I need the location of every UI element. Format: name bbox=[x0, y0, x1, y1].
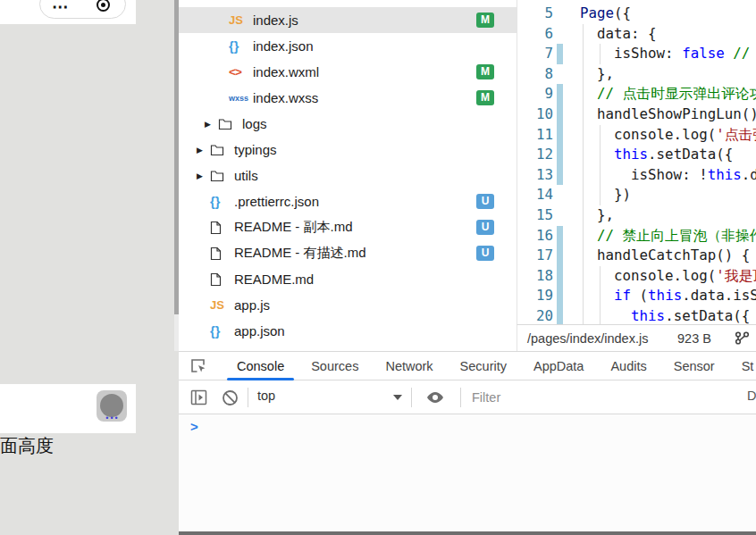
live-expression-eye-icon[interactable] bbox=[425, 389, 445, 409]
debugger-tabs: ConsoleSourcesNetworkSecurityAppDataAudi… bbox=[223, 352, 756, 380]
code-line: }, bbox=[580, 64, 756, 85]
tree-item-utils[interactable]: ▶utils bbox=[179, 163, 517, 188]
git-branch-icon[interactable] bbox=[735, 330, 750, 349]
changed-line-marker bbox=[557, 306, 563, 324]
file-size: 923 B bbox=[677, 331, 711, 346]
changed-line-marker bbox=[557, 125, 563, 146]
loading-dots-icon: ••• bbox=[104, 416, 122, 420]
vcs-status-badge: M bbox=[476, 64, 494, 79]
file-name: index.wxss bbox=[253, 90, 318, 105]
changed-line-marker bbox=[557, 145, 563, 165]
separator bbox=[460, 388, 461, 407]
tree-item-logs[interactable]: ▶logs bbox=[179, 111, 517, 137]
code-line: // 点击时显示弹出评论功能 bbox=[580, 84, 756, 104]
folder-file-icon bbox=[210, 144, 231, 156]
line-number: 6 bbox=[517, 24, 553, 45]
tree-item-README - 副本.md[interactable]: README - 副本.mdU bbox=[179, 214, 517, 240]
tab-appdata[interactable]: AppData bbox=[520, 352, 597, 380]
code-line: isShow: !this.data. bbox=[580, 165, 756, 186]
tree-item-index.js[interactable]: JSindex.jsM bbox=[179, 7, 517, 33]
code-line: // 禁止向上冒泡（非操作 bbox=[580, 226, 756, 247]
file-name: app.js bbox=[234, 297, 270, 313]
file-name: README - 有描述.md bbox=[234, 245, 366, 262]
line-number: 18 bbox=[517, 266, 553, 287]
tab-sources[interactable]: Sources bbox=[298, 352, 372, 380]
tab-security[interactable]: Security bbox=[447, 352, 520, 380]
code-line: handleCatchTap() { bbox=[580, 246, 756, 266]
context-selector[interactable]: top bbox=[257, 389, 405, 403]
wxml-file-icon: <> bbox=[229, 65, 250, 79]
tab-st[interactable]: St bbox=[728, 352, 756, 380]
vcs-status-badge: U bbox=[476, 194, 494, 209]
folder-file-icon bbox=[210, 170, 231, 182]
miniprogram-capsule: ⋯ bbox=[39, 0, 126, 19]
log-level-dropdown[interactable]: D bbox=[747, 389, 756, 403]
collapse-arrow-icon[interactable]: ▶ bbox=[203, 120, 218, 129]
collapse-arrow-icon[interactable]: ▶ bbox=[195, 171, 210, 180]
console-toolbar: top D bbox=[179, 381, 756, 414]
tree-item-index.json[interactable]: {}index.json bbox=[179, 33, 517, 59]
changed-line-marker bbox=[557, 104, 563, 125]
simulator-footer: ••• bbox=[0, 384, 136, 433]
changed-line-marker bbox=[557, 226, 563, 247]
tab-audits[interactable]: Audits bbox=[597, 352, 659, 380]
debugger-panel: ConsoleSourcesNetworkSecurityAppDataAudi… bbox=[179, 351, 756, 535]
code-line: }, bbox=[580, 205, 756, 226]
code-editor[interactable]: 567891011121314151617181920 Page({ data:… bbox=[517, 0, 756, 324]
tree-item-index.wxml[interactable]: <>index.wxmlM bbox=[179, 59, 517, 85]
filter-input[interactable] bbox=[472, 386, 731, 409]
inspect-element-icon[interactable] bbox=[179, 357, 218, 375]
tab-console[interactable]: Console bbox=[223, 352, 298, 380]
line-number: 12 bbox=[517, 145, 553, 165]
code-line: console.log('点击弹出 bbox=[580, 125, 756, 146]
file-name: logs bbox=[242, 116, 267, 131]
tab-sensor[interactable]: Sensor bbox=[660, 352, 728, 380]
changed-line-marker bbox=[557, 165, 563, 186]
tree-item-app.js[interactable]: JSapp.js bbox=[179, 292, 517, 318]
tab-network[interactable]: Network bbox=[372, 352, 446, 380]
tree-item-typings[interactable]: ▶typings bbox=[179, 137, 517, 163]
tree-item-.prettierrc.json[interactable]: {}.prettierrc.jsonU bbox=[179, 188, 517, 214]
code-line: handleShowPingLun() { bbox=[580, 104, 756, 125]
code-line: data: { bbox=[580, 24, 756, 45]
json-file-icon: {} bbox=[210, 324, 231, 339]
panel-resize-handle[interactable] bbox=[179, 531, 756, 535]
tree-item-app.json[interactable]: {}app.json bbox=[179, 318, 517, 344]
file-file-icon bbox=[210, 247, 231, 261]
code-line: this.setData({ bbox=[580, 306, 756, 324]
code-line: }) bbox=[580, 185, 756, 205]
file-file-icon bbox=[210, 272, 231, 287]
file-name: README.md bbox=[234, 272, 314, 287]
line-number: 5 bbox=[517, 4, 553, 24]
simulator-status-bar: ⋯ bbox=[0, 0, 136, 24]
line-number: 19 bbox=[517, 286, 553, 306]
line-number: 9 bbox=[517, 84, 553, 104]
code-area[interactable]: Page({ data: { isShow: false // 弹窗 }, //… bbox=[580, 4, 756, 324]
code-line: this.setData({ bbox=[580, 145, 756, 165]
changed-line-marker bbox=[557, 246, 563, 266]
tree-item-index.wxss[interactable]: wxssindex.wxssM bbox=[179, 85, 517, 111]
code-line: Page({ bbox=[580, 4, 756, 24]
clear-console-icon[interactable] bbox=[222, 389, 239, 410]
editor-status-bar: /pages/index/index.js 923 B bbox=[517, 324, 756, 351]
vcs-status-badge: U bbox=[476, 246, 494, 261]
changed-line-marker bbox=[557, 286, 563, 306]
json-file-icon: {} bbox=[229, 39, 250, 54]
file-name: README - 副本.md bbox=[234, 219, 353, 236]
close-target-icon[interactable] bbox=[97, 0, 110, 12]
console-prompt-icon[interactable]: > bbox=[190, 419, 198, 434]
tree-item-README.md[interactable]: README.md bbox=[179, 266, 517, 292]
js-file-icon: JS bbox=[229, 13, 250, 27]
file-name: .prettierrc.json bbox=[234, 194, 319, 209]
code-line: isShow: false // 弹窗 bbox=[580, 44, 756, 64]
console-sidebar-toggle-icon[interactable] bbox=[190, 389, 207, 409]
console-output[interactable]: > bbox=[179, 414, 756, 531]
line-number: 13 bbox=[517, 165, 553, 186]
avatar[interactable]: ••• bbox=[97, 390, 127, 422]
wxss-file-icon: wxss bbox=[229, 94, 250, 103]
tree-item-README - 有描述.md[interactable]: README - 有描述.mdU bbox=[179, 240, 517, 266]
line-number: 11 bbox=[517, 125, 553, 146]
collapse-arrow-icon[interactable]: ▶ bbox=[195, 146, 210, 155]
more-icon[interactable]: ⋯ bbox=[52, 3, 71, 12]
file-tree: JSindex.jsM{}index.json<>index.wxmlMwxss… bbox=[179, 0, 517, 351]
